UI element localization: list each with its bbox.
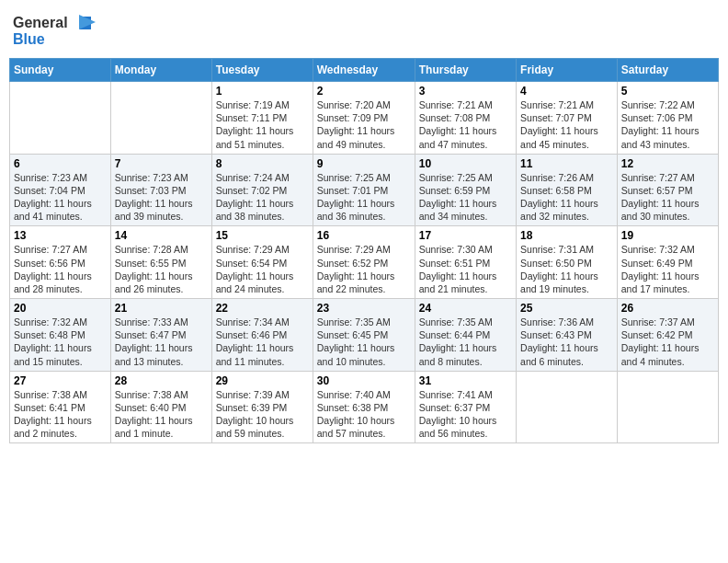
day-info: Sunrise: 7:21 AM Sunset: 7:07 PM Dayligh… [520, 98, 613, 151]
day-cell: 13Sunrise: 7:27 AM Sunset: 6:56 PM Dayli… [10, 226, 111, 299]
svg-text:Blue: Blue [13, 31, 45, 47]
day-info: Sunrise: 7:23 AM Sunset: 7:03 PM Dayligh… [115, 171, 208, 224]
day-cell: 12Sunrise: 7:27 AM Sunset: 6:57 PM Dayli… [617, 154, 718, 226]
day-number: 22 [216, 302, 309, 315]
day-number: 24 [419, 302, 512, 315]
day-cell: 11Sunrise: 7:26 AM Sunset: 6:58 PM Dayli… [517, 154, 618, 226]
day-info: Sunrise: 7:38 AM Sunset: 6:40 PM Dayligh… [115, 388, 208, 441]
weekday-monday: Monday [110, 59, 211, 82]
day-cell: 10Sunrise: 7:25 AM Sunset: 6:59 PM Dayli… [415, 154, 516, 226]
day-info: Sunrise: 7:30 AM Sunset: 6:51 PM Dayligh… [419, 243, 512, 295]
day-cell: 16Sunrise: 7:29 AM Sunset: 6:52 PM Dayli… [313, 226, 415, 299]
day-info: Sunrise: 7:35 AM Sunset: 6:45 PM Dayligh… [317, 316, 411, 368]
day-number: 30 [317, 374, 411, 387]
day-cell: 1Sunrise: 7:19 AM Sunset: 7:11 PM Daylig… [211, 82, 313, 155]
day-info: Sunrise: 7:40 AM Sunset: 6:38 PM Dayligh… [317, 388, 411, 441]
day-number: 8 [216, 157, 309, 170]
day-cell: 24Sunrise: 7:35 AM Sunset: 6:44 PM Dayli… [415, 299, 516, 372]
day-cell: 18Sunrise: 7:31 AM Sunset: 6:50 PM Dayli… [517, 226, 618, 299]
weekday-wednesday: Wednesday [313, 59, 415, 82]
day-info: Sunrise: 7:39 AM Sunset: 6:39 PM Dayligh… [216, 388, 309, 441]
day-info: Sunrise: 7:25 AM Sunset: 7:01 PM Dayligh… [317, 171, 411, 224]
day-info: Sunrise: 7:25 AM Sunset: 6:59 PM Dayligh… [419, 171, 512, 224]
day-number: 13 [14, 229, 107, 242]
day-number: 17 [419, 229, 512, 242]
day-info: Sunrise: 7:28 AM Sunset: 6:55 PM Dayligh… [115, 243, 208, 295]
day-cell: 5Sunrise: 7:22 AM Sunset: 7:06 PM Daylig… [617, 82, 718, 155]
day-number: 5 [621, 85, 714, 98]
day-cell: 19Sunrise: 7:32 AM Sunset: 6:49 PM Dayli… [617, 226, 718, 299]
day-number: 11 [520, 157, 613, 170]
day-number: 26 [621, 302, 714, 315]
day-cell: 26Sunrise: 7:37 AM Sunset: 6:42 PM Dayli… [617, 299, 718, 372]
day-info: Sunrise: 7:20 AM Sunset: 7:09 PM Dayligh… [317, 98, 411, 151]
week-row-3: 13Sunrise: 7:27 AM Sunset: 6:56 PM Dayli… [10, 226, 719, 299]
calendar-table: SundayMondayTuesdayWednesdayThursdayFrid… [9, 58, 719, 443]
weekday-tuesday: Tuesday [211, 59, 313, 82]
day-cell [617, 371, 718, 443]
day-cell: 27Sunrise: 7:38 AM Sunset: 6:41 PM Dayli… [10, 371, 111, 443]
weekday-saturday: Saturday [617, 59, 718, 82]
day-cell: 25Sunrise: 7:36 AM Sunset: 6:43 PM Dayli… [517, 299, 618, 372]
day-info: Sunrise: 7:23 AM Sunset: 7:04 PM Dayligh… [14, 171, 107, 224]
day-info: Sunrise: 7:22 AM Sunset: 7:06 PM Dayligh… [621, 98, 714, 151]
day-number: 23 [317, 302, 411, 315]
day-info: Sunrise: 7:35 AM Sunset: 6:44 PM Dayligh… [419, 316, 512, 368]
day-cell: 2Sunrise: 7:20 AM Sunset: 7:09 PM Daylig… [313, 82, 415, 155]
day-info: Sunrise: 7:21 AM Sunset: 7:08 PM Dayligh… [419, 98, 512, 151]
day-info: Sunrise: 7:26 AM Sunset: 6:58 PM Dayligh… [520, 171, 613, 224]
day-info: Sunrise: 7:33 AM Sunset: 6:47 PM Dayligh… [115, 316, 208, 368]
logo: General Blue [13, 9, 96, 51]
day-cell [517, 371, 618, 443]
day-cell: 6Sunrise: 7:23 AM Sunset: 7:04 PM Daylig… [10, 154, 111, 226]
day-number: 3 [419, 85, 512, 98]
week-row-5: 27Sunrise: 7:38 AM Sunset: 6:41 PM Dayli… [10, 371, 719, 443]
day-number: 6 [14, 157, 107, 170]
day-number: 20 [14, 302, 107, 315]
day-number: 18 [520, 229, 613, 242]
calendar-body: 1Sunrise: 7:19 AM Sunset: 7:11 PM Daylig… [10, 82, 719, 443]
day-number: 10 [419, 157, 512, 170]
day-info: Sunrise: 7:27 AM Sunset: 6:57 PM Dayligh… [621, 171, 714, 224]
day-number: 19 [621, 229, 714, 242]
day-info: Sunrise: 7:31 AM Sunset: 6:50 PM Dayligh… [520, 243, 613, 295]
day-cell: 8Sunrise: 7:24 AM Sunset: 7:02 PM Daylig… [211, 154, 313, 226]
week-row-1: 1Sunrise: 7:19 AM Sunset: 7:11 PM Daylig… [10, 82, 719, 155]
day-number: 29 [216, 374, 309, 387]
day-number: 2 [317, 85, 411, 98]
week-row-2: 6Sunrise: 7:23 AM Sunset: 7:04 PM Daylig… [10, 154, 719, 226]
day-info: Sunrise: 7:29 AM Sunset: 6:54 PM Dayligh… [216, 243, 309, 295]
day-info: Sunrise: 7:29 AM Sunset: 6:52 PM Dayligh… [317, 243, 411, 295]
day-info: Sunrise: 7:38 AM Sunset: 6:41 PM Dayligh… [14, 388, 107, 441]
day-number: 7 [115, 157, 208, 170]
day-cell: 23Sunrise: 7:35 AM Sunset: 6:45 PM Dayli… [313, 299, 415, 372]
day-info: Sunrise: 7:32 AM Sunset: 6:48 PM Dayligh… [14, 316, 107, 368]
day-number: 16 [317, 229, 411, 242]
weekday-sunday: Sunday [10, 59, 111, 82]
week-row-4: 20Sunrise: 7:32 AM Sunset: 6:48 PM Dayli… [10, 299, 719, 372]
day-info: Sunrise: 7:41 AM Sunset: 6:37 PM Dayligh… [419, 388, 512, 441]
day-number: 4 [520, 85, 613, 98]
day-cell [110, 82, 211, 155]
day-cell: 22Sunrise: 7:34 AM Sunset: 6:46 PM Dayli… [211, 299, 313, 372]
day-info: Sunrise: 7:24 AM Sunset: 7:02 PM Dayligh… [216, 171, 309, 224]
day-cell: 3Sunrise: 7:21 AM Sunset: 7:08 PM Daylig… [415, 82, 516, 155]
day-number: 25 [520, 302, 613, 315]
day-info: Sunrise: 7:36 AM Sunset: 6:43 PM Dayligh… [520, 316, 613, 368]
weekday-thursday: Thursday [415, 59, 516, 82]
day-number: 12 [621, 157, 714, 170]
svg-text:General: General [13, 15, 68, 30]
weekday-friday: Friday [517, 59, 618, 82]
day-cell [10, 82, 111, 155]
day-cell: 17Sunrise: 7:30 AM Sunset: 6:51 PM Dayli… [415, 226, 516, 299]
logo-svg: General Blue [13, 9, 96, 51]
day-number: 21 [115, 302, 208, 315]
day-info: Sunrise: 7:37 AM Sunset: 6:42 PM Dayligh… [621, 316, 714, 368]
day-cell: 30Sunrise: 7:40 AM Sunset: 6:38 PM Dayli… [313, 371, 415, 443]
day-cell: 4Sunrise: 7:21 AM Sunset: 7:07 PM Daylig… [517, 82, 618, 155]
day-number: 27 [14, 374, 107, 387]
day-cell: 31Sunrise: 7:41 AM Sunset: 6:37 PM Dayli… [415, 371, 516, 443]
day-info: Sunrise: 7:27 AM Sunset: 6:56 PM Dayligh… [14, 243, 107, 295]
day-number: 14 [115, 229, 208, 242]
day-number: 15 [216, 229, 309, 242]
